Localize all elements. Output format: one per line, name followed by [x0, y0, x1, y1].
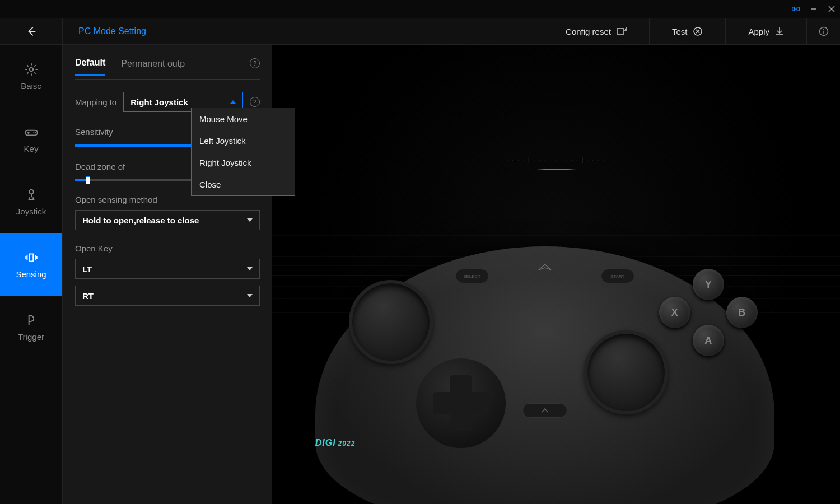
config-reset-label: Config reset: [566, 27, 611, 36]
settings-panel: Default Permanent outp ? Mapping to Righ…: [63, 45, 272, 504]
sidebar-item-trigger[interactable]: Trigger: [0, 296, 62, 358]
caret-down-icon: [247, 294, 253, 297]
config-reset-button[interactable]: Config reset: [543, 18, 649, 44]
mapping-option[interactable]: Left Joystick: [192, 130, 295, 152]
open-key-2-select[interactable]: RT: [75, 286, 260, 306]
svg-point-14: [33, 132, 34, 133]
right-stick-graphic: [584, 330, 668, 414]
a-button-graphic: A: [693, 325, 724, 356]
mapping-option[interactable]: Right Joystick: [192, 152, 295, 174]
open-key-2-value: RT: [82, 291, 94, 301]
sidebar-label: Baisc: [21, 81, 41, 91]
home-button-graphic: [522, 403, 567, 418]
test-button[interactable]: Test: [649, 18, 726, 44]
help-icon[interactable]: ?: [250, 97, 260, 107]
open-key-label: Open Key: [75, 244, 260, 253]
sidebar: Baisc Key Joystick Sensing Trigger: [0, 45, 63, 504]
sidebar-label: Trigger: [18, 332, 44, 342]
close-icon[interactable]: [828, 5, 836, 13]
mapping-label: Mapping to: [75, 97, 116, 107]
info-icon: [819, 26, 829, 36]
y-button-graphic: Y: [693, 269, 724, 300]
mapping-dropdown: Mouse Move Left Joystick Right Joystick …: [191, 108, 295, 196]
sensitivity-label: Sensitivity: [75, 127, 113, 137]
tab-permanent[interactable]: Permanent outp: [121, 59, 185, 76]
sensing-icon: [24, 250, 39, 265]
dock-icon[interactable]: [792, 5, 800, 13]
header-bar: PC Mode Setting Config reset Test Apply: [0, 18, 840, 45]
gear-icon: [24, 62, 39, 77]
caret-up-icon: [230, 100, 236, 104]
window-titlebar: [0, 0, 840, 18]
svg-point-16: [29, 189, 34, 194]
page-title: PC Mode Setting: [63, 26, 543, 36]
caret-down-icon: [247, 267, 253, 270]
open-key-1-value: LT: [82, 264, 92, 274]
sidebar-item-basic[interactable]: Baisc: [0, 45, 62, 108]
controller-brand: DIGI2022: [315, 437, 356, 448]
apply-label: Apply: [748, 27, 769, 36]
reticle-graphic: · · · · · | · · · · · · · · · | · · · · …: [501, 157, 611, 171]
svg-rect-6: [617, 29, 624, 34]
apply-button[interactable]: Apply: [725, 18, 806, 44]
sidebar-item-joystick[interactable]: Joystick: [0, 170, 62, 233]
back-button[interactable]: [0, 18, 63, 44]
caret-down-icon: [247, 218, 253, 222]
svg-point-15: [34, 132, 35, 133]
mapping-option[interactable]: Mouse Move: [192, 108, 295, 130]
svg-point-11: [823, 29, 824, 30]
open-key-1-select[interactable]: LT: [75, 259, 260, 279]
select-button-graphic: SELECT: [455, 269, 489, 283]
dpad-graphic: [416, 358, 506, 448]
svg-rect-1: [797, 7, 799, 11]
sensing-method-select[interactable]: Hold to open,release to close: [75, 210, 260, 230]
sensing-method-value: Hold to open,release to close: [82, 216, 199, 225]
sensing-method-label: Open sensing method: [75, 195, 260, 204]
sidebar-item-sensing[interactable]: Sensing: [0, 233, 62, 296]
sidebar-label: Joystick: [16, 207, 46, 216]
x-button-graphic: X: [659, 297, 690, 328]
b-button-graphic: B: [726, 297, 758, 328]
deadzone-label: Dead zone of: [75, 162, 125, 171]
mapping-option[interactable]: Close: [192, 174, 295, 195]
svg-point-13: [29, 67, 33, 71]
download-icon: [775, 27, 784, 36]
controller-graphic: Y X B A SELECT START DIGI2022: [315, 246, 774, 504]
test-icon: [693, 26, 703, 36]
test-label: Test: [672, 27, 688, 36]
tab-default[interactable]: Default: [75, 58, 105, 76]
left-stick-graphic: [349, 280, 433, 364]
mapping-value: Right Joystick: [130, 97, 188, 107]
start-button-graphic: START: [601, 269, 634, 283]
info-button[interactable]: [806, 18, 840, 44]
controller-preview: · · · · · | · · · · · · · · · | · · · · …: [272, 45, 840, 504]
sidebar-label: Key: [24, 144, 39, 153]
svg-rect-0: [792, 7, 795, 11]
help-icon[interactable]: ?: [250, 58, 260, 68]
sidebar-item-key[interactable]: Key: [0, 108, 62, 170]
slider-thumb[interactable]: [86, 176, 90, 184]
sidebar-label: Sensing: [16, 269, 46, 279]
controller-logo-icon: [536, 263, 553, 277]
tab-bar: Default Permanent outp ?: [75, 55, 260, 80]
svg-rect-17: [29, 254, 33, 261]
reset-icon: [617, 27, 627, 36]
trigger-icon: [24, 313, 39, 328]
gamepad-icon: [24, 125, 39, 139]
joystick-icon: [24, 188, 39, 202]
minimize-icon[interactable]: [810, 5, 818, 13]
